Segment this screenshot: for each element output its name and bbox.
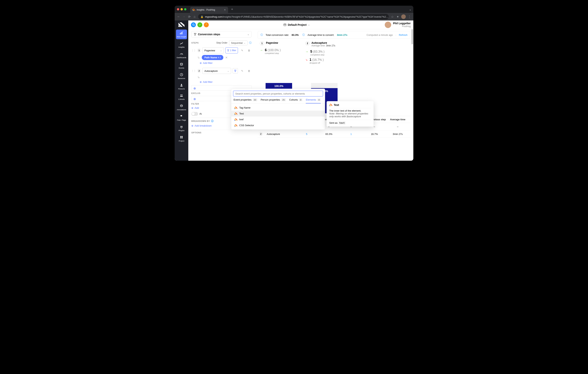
- posthog-icon: [234, 118, 237, 121]
- window-controls: [177, 8, 186, 11]
- sidebar-item-project[interactable]: Project: [176, 134, 187, 143]
- svg-point-13: [182, 106, 182, 106]
- filter-count-button[interactable]: 1 filter: [225, 47, 238, 53]
- edit-icon[interactable]: ✎: [240, 48, 245, 53]
- delete-icon[interactable]: 🗑: [246, 68, 252, 74]
- close-window-icon[interactable]: [177, 8, 179, 11]
- sidebar-item-new-insight[interactable]: + New Insight: [176, 30, 187, 39]
- plus-circle-icon: ⊕: [191, 124, 193, 127]
- app-sidebar: + New Insight Insights Dashboards Events…: [175, 21, 188, 161]
- options-label: OPTIONS: [191, 131, 252, 134]
- filter-chip[interactable]: Path Name = /: [202, 55, 223, 60]
- posthog-logo[interactable]: [178, 22, 185, 27]
- chevron-down-icon: ⌄: [220, 49, 222, 52]
- address-bar[interactable]: 🔒 myposthog.com /insights?insight=FUNNEL…: [198, 14, 389, 19]
- project-icon: [284, 23, 286, 26]
- browser-tab-bar: Insights · PostHog ✕ + ⌄: [175, 6, 413, 13]
- step-order-label: Step Order: [216, 42, 228, 44]
- close-tab-icon[interactable]: ✕: [224, 9, 226, 11]
- list-item[interactable]: href: [231, 117, 325, 122]
- home-icon[interactable]: ⌂: [193, 15, 196, 18]
- tab-elements[interactable]: Elements4: [306, 98, 321, 103]
- user-org: PostHog: [393, 25, 411, 28]
- indent-icon: ↳: [197, 75, 200, 79]
- plus-circle-icon: ⊕: [193, 97, 196, 101]
- sidebar-item-annotations[interactable]: Annotations: [176, 103, 187, 112]
- sidebar-item-insights[interactable]: Insights: [176, 40, 187, 50]
- svg-rect-20: [284, 24, 286, 26]
- tab-event-properties[interactable]: Event properties33: [234, 98, 257, 103]
- step-order-select[interactable]: Sequential ⌄: [229, 41, 248, 45]
- reload-icon[interactable]: ⟳: [188, 15, 191, 19]
- svg-point-9: [182, 95, 182, 95]
- step-row: ⋮⋮ 1 Pageview ⌄ 1 filter ✎ 🗑: [191, 47, 252, 53]
- tab-person-properties[interactable]: Person properties25: [261, 98, 286, 103]
- dropped-link[interactable]: 1: [350, 133, 352, 136]
- event-select[interactable]: Autocapture ⌄: [202, 68, 231, 74]
- minimize-window-icon[interactable]: [180, 8, 183, 11]
- browser-menu-icon[interactable]: ⋮: [408, 15, 411, 19]
- user-menu[interactable]: Phil Leggetter PostHog: [385, 21, 411, 28]
- drag-handle-icon[interactable]: ⋮⋮: [191, 70, 196, 72]
- people-icon: [179, 94, 183, 97]
- new-tab-button[interactable]: +: [230, 7, 235, 11]
- sidebar-item-events[interactable]: Events: [176, 61, 187, 71]
- edit-icon[interactable]: ✎: [240, 68, 245, 74]
- svg-rect-16: [180, 137, 181, 138]
- chevron-down-icon: ⌄: [308, 23, 310, 26]
- posthog-icon: [329, 104, 332, 106]
- tab-list-chevron-icon[interactable]: ⌄: [407, 8, 413, 11]
- delete-icon[interactable]: 🗑: [246, 48, 252, 53]
- arrow-drop-red-icon: ↘: [305, 58, 308, 61]
- sidebar-item-feature-flags[interactable]: Feat. Flags: [176, 113, 187, 123]
- computed-label: Computed a minute ago: [367, 33, 393, 36]
- profile-avatar[interactable]: [401, 14, 406, 19]
- plug-icon: [179, 125, 183, 129]
- tab-cohorts[interactable]: Cohorts0: [289, 98, 303, 103]
- svg-rect-14: [180, 136, 181, 137]
- forward-icon[interactable]: →: [182, 15, 186, 18]
- toggle[interactable]: [191, 112, 198, 116]
- info-icon[interactable]: ⓘ: [211, 119, 214, 123]
- chevron-down-icon: ⌄: [247, 33, 249, 36]
- sidebar-item-dashboards[interactable]: Dashboards: [176, 50, 187, 60]
- project-selector[interactable]: Default Project ⌄: [284, 23, 310, 26]
- refresh-button[interactable]: Refresh: [399, 33, 408, 36]
- list-item[interactable]: Text: [231, 111, 325, 117]
- property-tooltip: Text The inner text of the element. Note…: [326, 101, 374, 127]
- extensions-icon[interactable]: ✦: [396, 15, 399, 19]
- layers-icon: [179, 62, 183, 66]
- filter-icon-button[interactable]: [233, 68, 238, 74]
- remove-filter-icon[interactable]: ✕: [225, 56, 228, 59]
- user-name: Phil Leggetter: [393, 22, 411, 25]
- search-icon[interactable]: [191, 22, 196, 27]
- app-topbar: ✓ ⌃ Default Project ⌄ Phil Leggetter Pos…: [188, 21, 413, 29]
- drag-handle-icon[interactable]: ⋮⋮: [191, 49, 196, 52]
- chat-icon: [179, 104, 183, 108]
- property-tabs: Event properties33 Person properties25 C…: [231, 98, 325, 104]
- add-filter-button[interactable]: ⊕ Add filter: [200, 62, 252, 64]
- svg-rect-15: [182, 136, 183, 137]
- url-domain: myposthog.com: [205, 15, 222, 18]
- tooltip-description: The inner text of the element.: [329, 109, 371, 112]
- sidebar-item-persons[interactable]: Persons: [176, 82, 187, 91]
- back-icon[interactable]: ←: [177, 15, 180, 18]
- add-filter-button[interactable]: ⊕ Add filter: [200, 81, 252, 83]
- list-item[interactable]: Tag Name: [231, 105, 325, 111]
- warning-icon[interactable]: ⌃: [204, 22, 209, 27]
- sidebar-item-sessions[interactable]: Sessions: [176, 71, 187, 81]
- list-item[interactable]: CSS Selector: [231, 122, 325, 128]
- sidebar-item-plugins[interactable]: Plugins: [176, 123, 187, 133]
- bookmark-icon[interactable]: ☆: [391, 15, 394, 19]
- check-icon[interactable]: ✓: [197, 22, 202, 27]
- sidebar-item-cohorts[interactable]: Cohorts: [176, 92, 187, 102]
- browser-tab[interactable]: Insights · PostHog ✕: [190, 7, 228, 13]
- browser-toolbar: ← → ⟳ ⌂ 🔒 myposthog.com /insights?insigh…: [175, 13, 413, 21]
- maximize-window-icon[interactable]: [184, 8, 186, 11]
- avg-time-to-convert[interactable]: 3min 27s: [337, 33, 347, 36]
- completed-link[interactable]: 5: [306, 133, 307, 136]
- info-icon[interactable]: ⓘ: [249, 41, 252, 44]
- property-search-input[interactable]: [233, 91, 323, 96]
- conversion-steps-header[interactable]: Conversion steps ⌄: [191, 31, 252, 38]
- event-select[interactable]: Pageview ⌄: [202, 47, 224, 53]
